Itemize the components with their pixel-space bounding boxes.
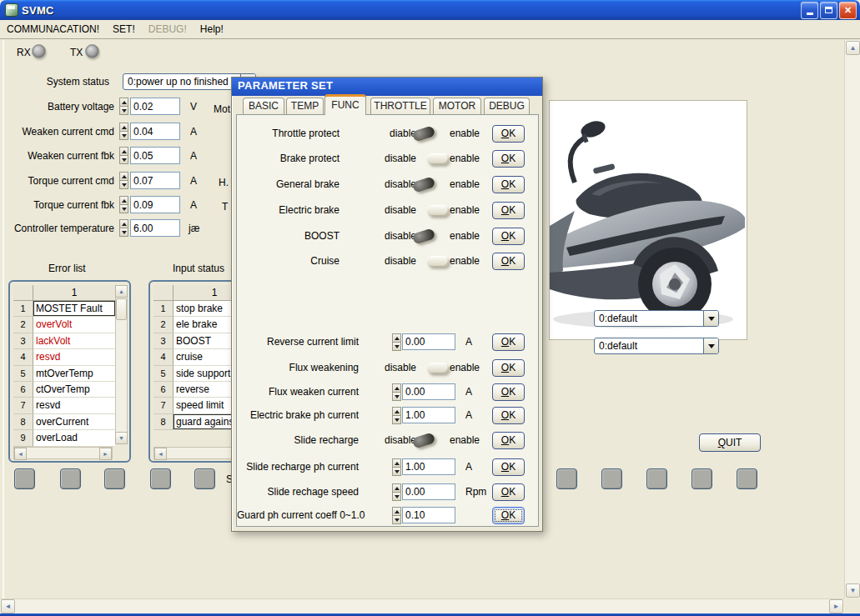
scroll-up-button[interactable]: ▲: [115, 285, 128, 298]
menu-item-set[interactable]: SET!: [106, 22, 142, 37]
indicator-square[interactable]: [194, 468, 215, 489]
spinner[interactable]: [392, 407, 401, 424]
ok-button[interactable]: OK: [492, 359, 525, 377]
table-row[interactable]: 9overLoad: [13, 430, 115, 446]
table-row[interactable]: 6ctOverTemp: [13, 382, 115, 398]
spinner[interactable]: [392, 383, 401, 401]
indicator-square[interactable]: [104, 468, 125, 489]
spin-down-icon[interactable]: [392, 416, 401, 424]
torque-current-cmd-input[interactable]: [130, 172, 180, 189]
torque-current-fbk-input[interactable]: [130, 196, 180, 213]
param-input[interactable]: [402, 458, 455, 475]
ok-button[interactable]: OK: [492, 407, 525, 424]
spin-up-icon[interactable]: [119, 172, 128, 181]
toggle-switch[interactable]: [427, 153, 449, 164]
ok-button[interactable]: OK: [492, 458, 525, 476]
spinner[interactable]: [392, 507, 401, 524]
indicator-square[interactable]: [737, 468, 757, 489]
spin-up-icon[interactable]: [392, 333, 401, 343]
scroll-down-button[interactable]: ▼: [846, 583, 860, 598]
spin-down-icon[interactable]: [392, 468, 401, 476]
scroll-left-button[interactable]: ◄: [14, 448, 27, 460]
dropdown-arrow-icon[interactable]: [703, 338, 718, 353]
menu-item-help[interactable]: Help!: [194, 22, 230, 37]
table-row[interactable]: 8overCurrent: [13, 414, 115, 430]
spinner[interactable]: [392, 483, 401, 501]
weaken-current-cmd-input[interactable]: [130, 123, 180, 140]
default-dropdown-2[interactable]: 0:default: [594, 338, 719, 354]
tab-motor[interactable]: MOTOR: [433, 98, 481, 115]
spin-down-icon[interactable]: [119, 156, 128, 164]
spin-down-icon[interactable]: [392, 516, 401, 524]
scroll-down-button[interactable]: ▼: [115, 432, 128, 444]
menu-item-communacation[interactable]: COMMUNACATION!: [0, 22, 106, 37]
indicator-square[interactable]: [60, 468, 81, 489]
toggle-switch[interactable]: [427, 363, 449, 373]
table-row[interactable]: 7resvd: [13, 398, 115, 413]
spin-up-icon[interactable]: [392, 507, 401, 516]
ok-button[interactable]: OK: [492, 176, 525, 193]
param-input[interactable]: [402, 507, 455, 523]
restore-button[interactable]: [820, 2, 837, 19]
dialog-titlebar[interactable]: PARAMETER SET: [232, 78, 542, 96]
tab-func[interactable]: FUNC: [324, 94, 366, 115]
ok-button[interactable]: OK: [492, 125, 525, 143]
scroll-right-button[interactable]: ►: [829, 599, 843, 613]
param-input[interactable]: [402, 383, 455, 400]
spinner[interactable]: [119, 196, 128, 213]
table-row[interactable]: 4resvd: [13, 349, 115, 365]
table-row[interactable]: 3lackVolt: [13, 333, 115, 349]
minimize-button[interactable]: [801, 2, 818, 19]
ok-button[interactable]: OK: [492, 483, 525, 501]
scroll-left-button[interactable]: ◄: [154, 448, 167, 460]
ok-button[interactable]: OK: [492, 202, 525, 219]
spin-down-icon[interactable]: [392, 393, 401, 401]
spin-up-icon[interactable]: [119, 98, 128, 107]
main-horizontal-scrollbar[interactable]: ◄ ►: [0, 598, 844, 613]
scrollbar-thumb[interactable]: [116, 298, 127, 320]
param-input[interactable]: [402, 483, 455, 500]
spin-up-icon[interactable]: [392, 483, 401, 493]
spinner[interactable]: [119, 172, 128, 189]
spin-down-icon[interactable]: [119, 228, 128, 237]
spin-down-icon[interactable]: [119, 132, 128, 140]
default-dropdown-1[interactable]: 0:default: [594, 310, 719, 327]
row-value[interactable]: ctOverTemp: [33, 382, 115, 398]
indicator-square[interactable]: [692, 468, 712, 489]
ok-button[interactable]: OK: [492, 432, 525, 449]
table-row[interactable]: 1MOSTET Fault: [13, 301, 115, 317]
scroll-up-button[interactable]: ▲: [846, 41, 860, 55]
indicator-square[interactable]: [646, 468, 667, 489]
spin-up-icon[interactable]: [119, 147, 128, 156]
param-input[interactable]: [402, 333, 455, 350]
weaken-current-fbk-input[interactable]: [130, 147, 180, 164]
spin-up-icon[interactable]: [392, 383, 401, 393]
tab-debug[interactable]: DEBUG: [484, 98, 530, 115]
row-value[interactable]: lackVolt: [33, 333, 115, 349]
spin-down-icon[interactable]: [119, 181, 128, 189]
ok-button[interactable]: OK: [492, 383, 525, 401]
row-value[interactable]: resvd: [33, 349, 115, 365]
table-row[interactable]: 5mtOverTemp: [13, 366, 115, 382]
vertical-scrollbar[interactable]: ▲ ▼: [115, 285, 128, 444]
controller-temperature-input[interactable]: [130, 219, 180, 237]
spin-down-icon[interactable]: [392, 343, 401, 351]
horizontal-scrollbar[interactable]: ◄: [153, 447, 234, 459]
ok-button[interactable]: OK: [492, 507, 525, 524]
main-vertical-scrollbar[interactable]: ▲ ▼: [844, 40, 860, 598]
row-value[interactable]: mtOverTemp: [33, 366, 115, 382]
row-value[interactable]: resvd: [33, 398, 115, 413]
toggle-switch[interactable]: [427, 205, 449, 216]
battery-voltage-input[interactable]: [130, 98, 180, 115]
spin-down-icon[interactable]: [119, 205, 128, 213]
spinner[interactable]: [392, 333, 401, 351]
spin-down-icon[interactable]: [119, 107, 128, 115]
indicator-square[interactable]: [556, 468, 577, 489]
spinner[interactable]: [119, 147, 128, 164]
spinner[interactable]: [392, 458, 401, 476]
quit-button[interactable]: QUIT: [699, 433, 761, 452]
scroll-right-button[interactable]: ►: [99, 448, 112, 460]
table-row[interactable]: 2overVolt: [13, 317, 115, 333]
spin-down-icon[interactable]: [392, 493, 401, 501]
spinner[interactable]: [119, 219, 128, 237]
